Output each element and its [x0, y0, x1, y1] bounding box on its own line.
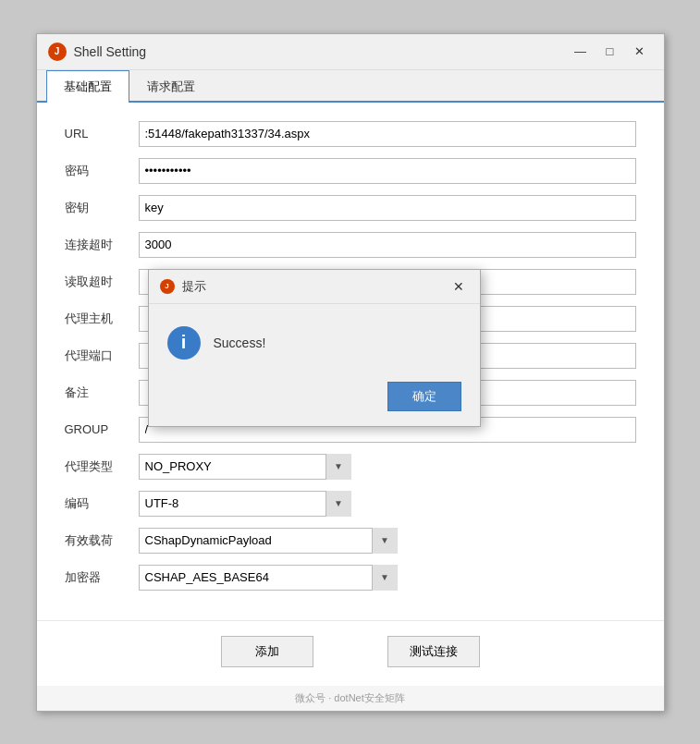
- test-connection-button[interactable]: 测试连接: [387, 636, 480, 667]
- encoder-select[interactable]: CSHAP_AES_BASE64 RAW: [139, 565, 398, 591]
- title-bar: J Shell Setting — □ ✕: [37, 34, 664, 70]
- url-input[interactable]: [139, 121, 636, 147]
- add-button[interactable]: 添加: [221, 636, 313, 667]
- connect-timeout-label: 连接超时: [65, 237, 139, 253]
- connect-timeout-row: 连接超时: [65, 232, 636, 258]
- proxy-type-label: 代理类型: [65, 458, 139, 475]
- dialog-titlebar-left: J 提示: [160, 278, 206, 295]
- dialog-footer: 确定: [149, 374, 480, 426]
- encoding-label: 编码: [65, 495, 139, 512]
- payload-select-wrapper: CShapDynamicPayload JavaDynamicPayload ▼: [139, 528, 398, 554]
- tab-basic-config[interactable]: 基础配置: [46, 70, 129, 103]
- info-icon: i: [167, 326, 201, 360]
- encoding-select[interactable]: UTF-8 GBK ASCII: [139, 491, 351, 517]
- read-timeout-label: 读取超时: [65, 274, 139, 290]
- proxy-type-select-wrapper: NO_PROXY HTTP SOCKS5 ▼: [139, 454, 351, 480]
- minimize-button[interactable]: —: [568, 42, 594, 62]
- dialog-title: 提示: [182, 278, 206, 295]
- dialog-overlay: J 提示 ✕ i Success! 确定: [148, 269, 481, 427]
- remark-label: 备注: [65, 384, 139, 401]
- key-row: 密钥: [65, 195, 636, 221]
- proxy-host-label: 代理主机: [65, 311, 139, 327]
- tab-request-config[interactable]: 请求配置: [129, 70, 213, 103]
- proxy-port-label: 代理端口: [65, 348, 139, 364]
- encoder-row: 加密器 CSHAP_AES_BASE64 RAW ▼: [65, 565, 636, 591]
- key-label: 密钥: [65, 200, 139, 216]
- close-button[interactable]: ✕: [627, 42, 653, 62]
- dialog-close-button[interactable]: ✕: [448, 276, 469, 297]
- connect-timeout-input[interactable]: [139, 232, 636, 258]
- encoding-select-wrapper: UTF-8 GBK ASCII ▼: [139, 491, 351, 517]
- window-body: URL 密码 密钥 连接超时 读取超时: [37, 103, 664, 686]
- encoder-select-wrapper: CSHAP_AES_BASE64 RAW ▼: [139, 565, 398, 591]
- dialog-confirm-button[interactable]: 确定: [387, 382, 461, 411]
- title-bar-controls: — □ ✕: [568, 42, 653, 62]
- title-bar-left: J Shell Setting: [48, 43, 147, 61]
- url-row: URL: [65, 121, 636, 147]
- tabs-bar: 基础配置 请求配置: [37, 70, 664, 103]
- password-label: 密码: [65, 163, 139, 179]
- payload-row: 有效载荷 CShapDynamicPayload JavaDynamicPayl…: [65, 528, 636, 554]
- success-dialog: J 提示 ✕ i Success! 确定: [148, 269, 481, 427]
- url-label: URL: [65, 127, 139, 140]
- dialog-message: Success!: [214, 335, 266, 350]
- dialog-body: i Success!: [149, 304, 480, 374]
- payload-label: 有效载荷: [65, 532, 139, 549]
- encoding-row: 编码 UTF-8 GBK ASCII ▼: [65, 491, 636, 517]
- java-icon: J: [48, 43, 67, 61]
- password-input[interactable]: [139, 158, 636, 184]
- main-window: J Shell Setting — □ ✕ 基础配置 请求配置 URL 密码: [36, 33, 665, 712]
- key-input[interactable]: [139, 195, 636, 221]
- payload-select[interactable]: CShapDynamicPayload JavaDynamicPayload: [139, 528, 398, 554]
- dialog-titlebar: J 提示 ✕: [149, 270, 480, 304]
- group-label: GROUP: [65, 422, 139, 436]
- watermark: 微众号 · dotNet安全矩阵: [37, 686, 664, 711]
- maximize-button[interactable]: □: [597, 42, 623, 62]
- bottom-buttons: 添加 测试连接: [37, 620, 664, 686]
- proxy-type-row: 代理类型 NO_PROXY HTTP SOCKS5 ▼: [65, 454, 636, 480]
- dialog-java-icon: J: [160, 279, 175, 294]
- proxy-type-select[interactable]: NO_PROXY HTTP SOCKS5: [139, 454, 351, 480]
- password-row: 密码: [65, 158, 636, 184]
- encoder-label: 加密器: [65, 569, 139, 586]
- window-title: Shell Setting: [74, 44, 147, 59]
